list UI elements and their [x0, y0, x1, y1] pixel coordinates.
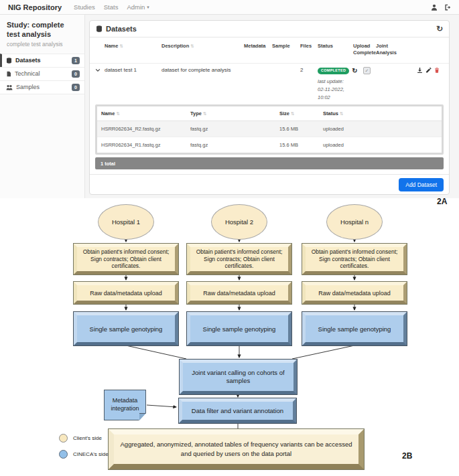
- flowchart-legend: Client's side CINECA's side: [59, 434, 109, 466]
- metadata-note: Metadata integration: [104, 390, 146, 420]
- users-icon: [6, 84, 13, 90]
- download-icon[interactable]: [417, 67, 423, 75]
- sort-icon: ⇅: [203, 111, 206, 116]
- dataset-actions: [409, 67, 444, 101]
- genotyping-box-2: Single sample genotyping: [187, 312, 291, 345]
- genotyping-box-1: Single sample genotyping: [74, 312, 178, 345]
- file-status: uploaded: [323, 142, 438, 148]
- col-files: Files: [300, 43, 318, 56]
- joint-analysis-cell: [386, 67, 409, 101]
- file-type: fastq.gz: [190, 142, 279, 148]
- upload-box-2: Raw data/metadata upload: [187, 282, 291, 304]
- file-icon: [6, 71, 11, 77]
- col-upload-complete: Upload Complete: [353, 43, 376, 56]
- legend-cineca-label: CINECA's side: [73, 451, 109, 457]
- last-update-text: last update: 02-11-2022, 10:02: [318, 78, 363, 101]
- sort-icon: ⇅: [190, 44, 194, 48]
- upload-complete-checkbox[interactable]: ✓: [363, 67, 371, 74]
- study-subtitle: complete test analysis: [0, 39, 84, 48]
- file-col-size[interactable]: Size⇅: [279, 110, 323, 116]
- samples-count-badge: 0: [72, 84, 80, 91]
- sidebar-item-technical[interactable]: Technical 0: [0, 67, 84, 81]
- file-row: HSRR062634_R1.fastq.gz fastq.gz 15.6 MB …: [97, 137, 442, 153]
- panel-footer: Add Dataset: [90, 174, 449, 194]
- files-table-header: Name⇅ Type⇅ Size⇅ Status⇅: [97, 106, 442, 121]
- dataset-sample-cell: [272, 67, 300, 101]
- panel-title: Datasets: [106, 25, 137, 33]
- hospital-2-node: Hospital 2: [211, 204, 267, 240]
- files-table: Name⇅ Type⇅ Size⇅ Status⇅ HSRR062634_R2.…: [95, 104, 444, 155]
- study-sidebar: Study: complete test analysis complete t…: [0, 15, 85, 198]
- delete-icon[interactable]: [434, 67, 440, 75]
- technical-count-badge: 0: [72, 70, 80, 78]
- figure-label-2b: 2B: [402, 451, 412, 461]
- figure-label-2a: 2A: [437, 197, 447, 206]
- sort-icon: ⇅: [291, 111, 294, 116]
- consent-box-2: Obtain patient's informed consent; Sign …: [187, 244, 291, 274]
- nav-stats[interactable]: Stats: [104, 3, 119, 11]
- status-refresh-icon[interactable]: ↻: [352, 67, 357, 74]
- app-screenshot-region: Study: complete test analysis complete t…: [0, 15, 459, 198]
- sidebar-item-samples[interactable]: Samples 0: [0, 80, 84, 94]
- edit-icon[interactable]: [425, 67, 432, 75]
- legend-client-label: Client's side: [73, 435, 102, 441]
- database-icon: [96, 25, 103, 32]
- legend-cineca: CINECA's side: [59, 450, 109, 459]
- chevron-down-icon: ▾: [147, 5, 149, 10]
- col-metadata: Metadata: [244, 43, 272, 56]
- col-description[interactable]: Description⇅: [161, 43, 244, 56]
- col-actions: [399, 43, 444, 56]
- file-name: HSRR062634_R2.fastq.gz: [101, 126, 190, 132]
- metadata-note-label: Metadata integration: [105, 397, 145, 412]
- consent-box-3: Obtain patient's informed consent; Sign …: [302, 244, 407, 274]
- nav-admin[interactable]: Admin ▾: [127, 3, 149, 11]
- legend-client: Client's side: [59, 434, 109, 443]
- status-badge: COMPLETED: [318, 68, 349, 75]
- app-brand[interactable]: NIG Repository: [8, 3, 62, 11]
- sidebar-item-label: Samples: [16, 84, 40, 90]
- row-expander-chevron-icon[interactable]: [95, 67, 105, 101]
- col-name[interactable]: Name⇅: [105, 43, 161, 56]
- sort-icon: ⇅: [119, 44, 123, 48]
- col-joint-analysis: Joint Analysis: [376, 43, 399, 56]
- file-size: 15.6 MB: [279, 126, 323, 132]
- file-status: uploaded: [323, 126, 438, 132]
- file-type: fastq.gz: [190, 126, 279, 132]
- dataset-description: dataset for complete analysis: [161, 67, 244, 101]
- file-size: 15.6 MB: [279, 142, 323, 148]
- file-col-status[interactable]: Status⇅: [323, 110, 438, 116]
- dataset-metadata-cell: [244, 67, 272, 101]
- joint-calling-box: Joint variant calling on cohorts of samp…: [180, 360, 297, 394]
- filter-annotation-box: Data filter and variant annotation: [179, 398, 296, 423]
- consent-box-1: Obtain patient's informed consent; Sign …: [74, 244, 178, 274]
- top-navbar: NIG Repository Studies Stats Admin ▾: [0, 0, 459, 15]
- col-sample: Sample: [272, 43, 300, 56]
- user-profile-icon[interactable]: [431, 4, 438, 11]
- logout-icon[interactable]: [444, 4, 451, 11]
- upload-box-3: Raw data/metadata upload: [302, 282, 407, 304]
- genotyping-box-3: Single sample genotyping: [302, 312, 407, 345]
- file-row: HSRR062634_R2.fastq.gz fastq.gz 15.6 MB …: [97, 121, 442, 137]
- hospital-n-node: Hospital n: [326, 204, 383, 240]
- file-col-type[interactable]: Type⇅: [190, 110, 279, 116]
- aggregated-box: Aggregated, anonymized, annotated tables…: [109, 429, 364, 469]
- file-col-name[interactable]: Name⇅: [101, 110, 190, 116]
- sidebar-item-datasets[interactable]: Datasets 1: [0, 54, 84, 68]
- sidebar-item-label: Technical: [15, 70, 40, 77]
- nav-studies[interactable]: Studies: [74, 3, 95, 11]
- dataset-row[interactable]: dataset test 1 dataset for complete anal…: [90, 63, 449, 102]
- add-dataset-button[interactable]: Add Dataset: [399, 178, 444, 191]
- expander-column: [95, 43, 105, 56]
- hospital-1-node: Hospital 1: [98, 204, 154, 240]
- sidebar-item-label: Datasets: [15, 57, 41, 64]
- dataset-name: dataset test 1: [105, 67, 161, 101]
- files-total-bar: 1 total: [95, 157, 444, 169]
- database-icon: [6, 58, 12, 64]
- file-name: HSRR062634_R1.fastq.gz: [101, 142, 190, 148]
- dataset-status-cell: COMPLETED↻ last update: 02-11-2022, 10:0…: [318, 67, 363, 101]
- datasets-panel-header: Datasets ↻: [90, 21, 449, 37]
- sort-icon: ⇅: [340, 111, 343, 116]
- panel-refresh-icon[interactable]: ↻: [436, 25, 443, 33]
- sort-icon: ⇅: [116, 111, 119, 116]
- cineca-side-color-swatch: [59, 450, 68, 459]
